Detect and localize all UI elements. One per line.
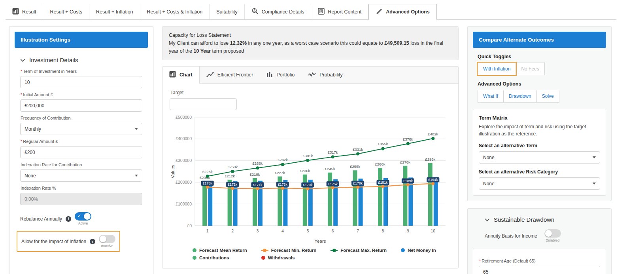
svg-text:£300000: £300000 xyxy=(176,158,192,163)
annuity-basis-label: Annuity Basis for Income xyxy=(485,233,537,239)
chevron-down-icon xyxy=(135,175,138,177)
legend-item[interactable]: Contributions xyxy=(193,255,247,260)
svg-text:5: 5 xyxy=(306,228,309,233)
tab-advanced-options[interactable]: Advanced Options xyxy=(368,4,436,20)
tab-probability[interactable]: Probability xyxy=(301,67,349,83)
retirement-age-input[interactable] xyxy=(479,266,600,274)
svg-text:£250k: £250k xyxy=(227,165,238,169)
svg-text:8: 8 xyxy=(382,228,384,233)
alternative-risk-select[interactable]: None xyxy=(479,177,600,190)
tab-chart[interactable]: Chart xyxy=(162,67,200,84)
svg-text:£378k: £378k xyxy=(403,137,413,141)
rebalance-annually-row: Rebalance Annually i ✓ Active xyxy=(20,212,142,225)
legend-marker-icon xyxy=(330,250,338,251)
tab-report-content[interactable]: Report Content xyxy=(311,4,368,19)
inflation-impact-toggle[interactable] xyxy=(99,235,115,243)
legend-item[interactable]: Withdrawals xyxy=(261,255,316,260)
tab-result[interactable]: Result xyxy=(6,4,43,19)
what-if-button[interactable]: What If xyxy=(478,90,504,103)
legend-item[interactable]: Forecast Mean Return xyxy=(193,248,247,253)
alternative-term-select[interactable]: None xyxy=(479,151,600,164)
svg-text:£228k: £228k xyxy=(202,169,213,174)
sustainable-drawdown-header[interactable]: Sustainable Drawdown xyxy=(485,216,606,223)
legend-label: Forecast Min. Return xyxy=(271,248,316,253)
tab-result-costs[interactable]: Result + Costs xyxy=(43,4,89,19)
tab-compliance-details[interactable]: Compliance Details xyxy=(245,4,312,19)
solve-button[interactable]: Solve xyxy=(536,90,559,103)
required-asterisk: * xyxy=(21,69,22,74)
svg-text:£301k: £301k xyxy=(302,154,313,158)
svg-text:£289k: £289k xyxy=(425,157,435,162)
info-icon[interactable]: i xyxy=(90,239,95,244)
initial-amount-input[interactable] xyxy=(20,99,142,112)
with-inflation-button[interactable]: With Inflation xyxy=(478,63,516,75)
advanced-options-group: What If Drawdown Solve xyxy=(478,90,601,103)
regular-amount-field: *Regular Amount £ xyxy=(20,139,142,158)
tab-label: Chart xyxy=(179,72,193,78)
drawdown-button[interactable]: Drawdown xyxy=(503,90,537,103)
svg-text:£276k: £276k xyxy=(400,160,410,164)
chevron-down-icon xyxy=(593,183,596,185)
toggle-label: Rebalance Annually xyxy=(20,216,62,222)
chevron-down-icon xyxy=(135,128,138,130)
field-label: *Retirement Age (Default 65) xyxy=(479,259,600,263)
tab-label: Result + Costs xyxy=(50,9,82,15)
target-input[interactable] xyxy=(170,98,237,110)
tab-result-inflation[interactable]: Result + Inflation xyxy=(89,4,140,19)
svg-text:£282k: £282k xyxy=(278,158,288,162)
regular-amount-input[interactable] xyxy=(20,146,142,158)
svg-text:£227k: £227k xyxy=(275,171,285,175)
term-matrix-title: Term Matrix xyxy=(479,115,600,121)
annuity-basis-toggle[interactable] xyxy=(544,229,561,238)
legend-item[interactable]: Forecast Min. Return xyxy=(261,248,316,253)
field-label: Indexation Rate for Contribution xyxy=(21,162,142,167)
tab-suitability[interactable]: Suitability xyxy=(210,4,245,19)
select-value: None xyxy=(483,181,495,186)
compare-alternate-outcomes-panel: Compare Alternate Outcomes Quick Toggles… xyxy=(467,26,612,201)
legend-item[interactable]: Forecast Max. Return xyxy=(330,248,387,253)
line-chart-icon xyxy=(206,71,214,79)
term-of-investment-input[interactable] xyxy=(20,76,142,88)
svg-text:6: 6 xyxy=(332,228,334,233)
svg-text:£355k: £355k xyxy=(378,142,388,146)
alternative-risk-label: Select an alternative Risk Category xyxy=(479,169,600,175)
investment-details-section-header[interactable]: Investment Details xyxy=(20,57,148,63)
toggle-wrap: Disabled xyxy=(544,229,561,242)
frequency-of-contribution-select[interactable]: Monthly xyxy=(20,123,142,135)
svg-text:£400000: £400000 xyxy=(176,136,192,141)
indexation-rate-field: Indexation Rate for Contribution None xyxy=(20,162,142,182)
tab-portfolio[interactable]: Portfolio xyxy=(260,67,301,83)
quick-toggles-section: Quick Toggles With Inflation No Fees Adv… xyxy=(473,54,606,103)
svg-text:£236k: £236k xyxy=(300,169,310,173)
indexation-rate-select[interactable]: None xyxy=(20,169,142,182)
select-value: None xyxy=(25,173,36,179)
field-label: *Initial Amount £ xyxy=(21,92,142,97)
svg-text:4: 4 xyxy=(281,228,284,233)
probability-icon xyxy=(308,72,316,78)
svg-text:£245k: £245k xyxy=(325,167,335,171)
svg-text:£402k: £402k xyxy=(428,132,438,136)
tab-efficient-frontier[interactable]: Efficient Frontier xyxy=(200,67,260,83)
svg-text:£266k: £266k xyxy=(375,162,385,166)
legend-item[interactable]: Net Money In xyxy=(401,248,436,253)
svg-text:£255k: £255k xyxy=(350,164,360,169)
pencil-icon xyxy=(376,8,383,16)
quick-toggles-group: With Inflation No Fees xyxy=(478,63,601,75)
tab-result-costs-inflation[interactable]: Result + Costs & Inflation xyxy=(140,4,210,19)
field-label: *Regular Amount £ xyxy=(21,139,142,144)
forecast-chart: £0£100000£200000£300000£400000£500000123… xyxy=(170,112,451,245)
alternative-term-label: Select an alternative Term xyxy=(479,143,600,148)
rebalance-annually-toggle[interactable]: ✓ xyxy=(75,212,91,221)
svg-text:£181k: £181k xyxy=(378,181,388,185)
info-icon[interactable]: i xyxy=(66,216,71,222)
legend-label: Forecast Mean Return xyxy=(199,248,247,253)
svg-text:£170k: £170k xyxy=(303,183,313,187)
required-asterisk: * xyxy=(479,259,481,263)
inflation-highlight-box: Allow for the Impact of Inflation i Inac… xyxy=(17,231,120,252)
series-forecast-max-return: £228k£250k£266k£282k£301k£317k£331k£355k… xyxy=(202,132,438,178)
no-fees-button[interactable]: No Fees xyxy=(516,63,544,75)
svg-text:£317k: £317k xyxy=(328,150,338,154)
required-asterisk: * xyxy=(21,139,22,144)
toggle-wrap: Inactive xyxy=(99,235,115,248)
svg-text:£200000: £200000 xyxy=(176,180,192,185)
